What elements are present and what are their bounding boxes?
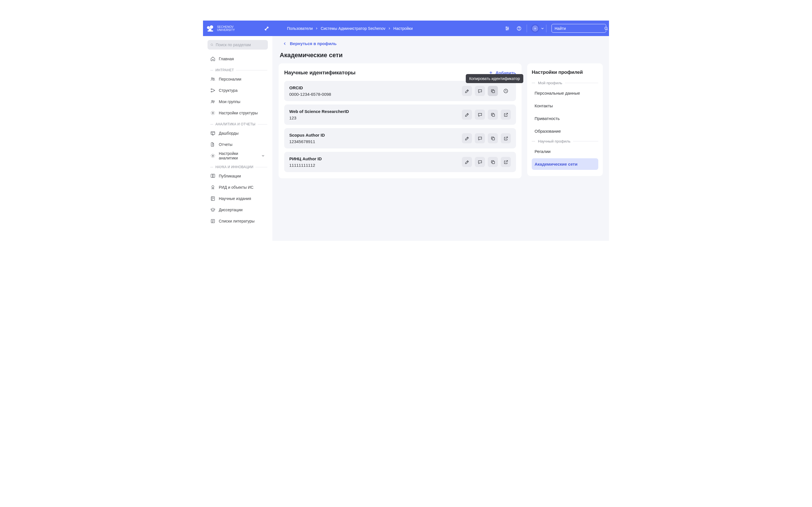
sidebar-item[interactable]: Персоналии [207, 74, 268, 84]
identifier-value: 123 [289, 115, 462, 120]
sidebar-section-header: ИНТРАНЕТ [205, 65, 270, 73]
breadcrumb-item[interactable]: Системы Администратор Sechenov [320, 26, 386, 31]
sidebar-item-label: Персоналии [219, 77, 241, 81]
user-menu[interactable] [530, 24, 545, 33]
gear-icon [210, 110, 215, 115]
search-icon [210, 43, 213, 47]
right-panel: Настройки профилей Мой профиль Персональ… [527, 63, 603, 178]
copy-button[interactable] [488, 157, 498, 167]
right-panel-item[interactable]: Образование [532, 125, 598, 137]
comment-button[interactable] [475, 133, 485, 144]
comment-button[interactable] [475, 110, 485, 120]
breadcrumb: Пользователи Системы Администратор Seche… [287, 26, 413, 31]
breadcrumb-item[interactable]: Настройки [393, 26, 413, 31]
identifier-name: Scopus Author ID [289, 133, 462, 137]
edit-button[interactable] [462, 133, 472, 144]
edit-button[interactable] [462, 86, 472, 96]
pin-button[interactable] [262, 24, 271, 33]
gear-icon [210, 153, 215, 158]
svg-rect-48 [492, 90, 495, 93]
chevron-right-icon [388, 27, 391, 30]
sidebar-section-header: НАУКА И ИННОВАЦИИ [205, 162, 270, 170]
identifier-name: РИНЦ Author ID [289, 156, 462, 161]
chevron-left-icon [283, 41, 287, 46]
svg-point-22 [213, 78, 214, 79]
svg-rect-3 [207, 31, 213, 32]
back-link[interactable]: Вернуться в профиль [283, 41, 603, 46]
right-panel-item[interactable]: Приватность [532, 113, 598, 124]
right-panel-item[interactable]: Академические сети [532, 158, 598, 170]
svg-line-18 [607, 29, 608, 30]
sidebar-item[interactable]: Настройки структуры [207, 108, 268, 118]
edit-button[interactable] [462, 110, 472, 120]
right-panel-item[interactable]: Регалии [532, 146, 598, 157]
open-external-button[interactable] [501, 157, 511, 167]
sidebar-item-label: Настройки аналитики [219, 151, 258, 160]
copy-tooltip: Копировать идентификатор [466, 74, 523, 83]
copy-button[interactable] [488, 110, 498, 120]
open-external-button[interactable] [501, 133, 511, 144]
sidebar-item[interactable]: Дашборды [207, 128, 268, 138]
header-actions [501, 22, 606, 34]
history-button[interactable] [501, 86, 511, 96]
grad-icon [210, 207, 215, 212]
logo-icon [206, 24, 215, 33]
identifier-row: ORCID0000-1234-6578-0098Копировать идент… [284, 81, 516, 101]
sidebar-item-label: Мои группы [219, 100, 240, 104]
identifier-row: Web of Science ResearcherID123 [284, 105, 516, 125]
logo[interactable]: SECHENOV UNIVERSITY [206, 24, 259, 33]
sidebar-item[interactable]: Списки литературы [207, 216, 268, 226]
svg-point-25 [214, 90, 215, 91]
profile-settings-card: Настройки профилей Мой профиль Персональ… [527, 63, 603, 176]
right-panel-item[interactable]: Контакты [532, 100, 598, 112]
sidebar-item[interactable]: Отчеты [207, 139, 268, 150]
sidebar-item[interactable]: РИД и объекты ИС [207, 182, 268, 193]
sidebar-item-home[interactable]: Главная [207, 54, 268, 64]
sidebar-search[interactable] [207, 40, 268, 50]
svg-point-10 [506, 29, 507, 30]
open-external-button[interactable] [501, 110, 511, 120]
right-section-my-profile: Мой профиль [532, 81, 598, 85]
identifier-actions: Копировать идентификатор [462, 86, 511, 96]
svg-point-0 [207, 26, 210, 29]
identifier-name: Web of Science ResearcherID [289, 109, 462, 114]
copy-button[interactable] [488, 133, 498, 144]
app-header: SECHENOV UNIVERSITY Пользователи Системы… [203, 20, 609, 36]
sidebar-item[interactable]: Диссертации [207, 205, 268, 215]
sidebar-item-label: Отчеты [219, 142, 232, 147]
sidebar-search-input[interactable] [216, 43, 265, 47]
chevron-down-icon [541, 26, 545, 31]
svg-point-8 [506, 27, 507, 27]
main-area: Вернуться в профиль Академические сети Н… [272, 36, 609, 241]
edit-button[interactable] [462, 157, 472, 167]
sidebar-item[interactable]: Мои группы [207, 96, 268, 107]
copy-button[interactable] [488, 86, 498, 96]
svg-point-24 [211, 91, 212, 92]
global-search-input[interactable] [555, 26, 604, 31]
svg-rect-29 [211, 131, 215, 135]
sidebar-item-label: Настройки структуры [219, 111, 258, 115]
right-panel-item[interactable]: Персональные данные [532, 87, 598, 99]
sidebar-item[interactable]: Настройки аналитики [207, 151, 268, 161]
right-panel-title: Настройки профилей [532, 69, 598, 75]
users-icon [210, 76, 215, 82]
sidebar-item[interactable]: Публикации [207, 171, 268, 181]
sidebar-item-label: Дашборды [219, 131, 239, 135]
comment-button[interactable] [475, 157, 485, 167]
settings-sliders-button[interactable] [501, 22, 513, 34]
svg-point-36 [212, 155, 214, 157]
identifier-actions [462, 157, 511, 167]
groups-icon [210, 99, 215, 104]
svg-point-19 [211, 44, 213, 45]
identifier-value: 11111111112 [289, 163, 462, 168]
identifier-actions [462, 110, 511, 120]
svg-point-9 [508, 28, 509, 29]
sidebar-item[interactable]: Научные издания [207, 193, 268, 204]
sidebar-item[interactable]: Структура [207, 85, 268, 96]
identifiers-card: Научные идентификаторы Добавить ORCID000… [278, 63, 522, 178]
help-button[interactable] [513, 22, 525, 34]
breadcrumb-item[interactable]: Пользователи [287, 26, 313, 31]
svg-point-12 [519, 29, 519, 30]
global-search[interactable] [552, 24, 606, 33]
comment-button[interactable] [475, 86, 485, 96]
